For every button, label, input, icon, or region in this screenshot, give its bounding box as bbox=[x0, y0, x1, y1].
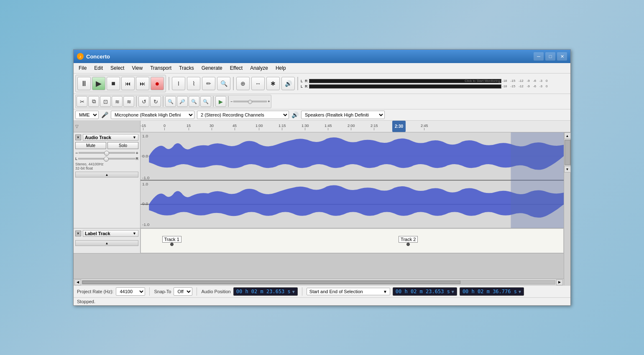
audio-position-display[interactable]: 00 h 02 m 23.653 s ▼ bbox=[233, 287, 298, 296]
record-button[interactable]: ● bbox=[151, 77, 164, 90]
undo-button[interactable]: ↺ bbox=[138, 96, 149, 107]
time-shift-tool-button[interactable]: ↔ bbox=[251, 77, 265, 90]
audio-track-name[interactable]: Audio Track ▼ bbox=[83, 134, 138, 141]
ruler-content[interactable]: -15 0 15 30 45 1:00 1:15 1:30 1:45 2:00 … bbox=[141, 121, 570, 132]
silence-button[interactable]: ≋ bbox=[123, 96, 134, 107]
menu-tracks[interactable]: Tracks bbox=[176, 64, 197, 72]
stop-button[interactable]: ■ bbox=[107, 77, 120, 90]
paste-button[interactable]: ⊡ bbox=[100, 96, 111, 107]
cursor-tool-button[interactable]: I bbox=[172, 77, 185, 90]
h-scroll-track[interactable] bbox=[82, 280, 555, 284]
pan-slider-thumb[interactable] bbox=[104, 157, 109, 162]
mute-solo-row: Mute Solo bbox=[75, 142, 138, 149]
label-track-collapse[interactable]: ▲ bbox=[75, 240, 138, 246]
menu-select[interactable]: Select bbox=[107, 64, 128, 72]
channels-select[interactable]: 2 (Stereo) Recording Channels bbox=[197, 111, 289, 119]
selection-dropdown[interactable]: Start and End of Selection ▼ bbox=[307, 288, 390, 295]
svg-rect-12 bbox=[511, 132, 564, 228]
zoom-in-button[interactable]: 🔍 bbox=[165, 96, 176, 107]
main-window: ♪ Concerto ─ □ ✕ File Edit Select View T… bbox=[73, 49, 571, 306]
svg-text:-1.0: -1.0 bbox=[142, 222, 150, 227]
menu-file[interactable]: File bbox=[75, 64, 90, 72]
zoom-tool-button[interactable]: 🔍 bbox=[217, 77, 230, 90]
zoom-in-tool-button[interactable]: ⊕ bbox=[236, 77, 250, 90]
menu-analyze[interactable]: Analyze bbox=[247, 64, 271, 72]
menu-effect[interactable]: Effect bbox=[227, 64, 246, 72]
speaker-tool-button[interactable]: 🔊 bbox=[281, 77, 295, 90]
toolbar-row2: ✂ ⧉ ⊡ ≋ ≋ ↺ ↻ 🔍 🔎 🔍 🔍 ▶ − + bbox=[74, 94, 570, 109]
vu-bar-top[interactable]: Click to Start Monitoring bbox=[309, 79, 501, 83]
scroll-down[interactable]: ▼ bbox=[564, 166, 571, 172]
volume-row: − + bbox=[75, 150, 138, 155]
label-track-controls: ✕ Label Track ▼ ▲ bbox=[74, 228, 141, 253]
rewind-button[interactable]: ⏮ bbox=[121, 77, 135, 90]
minimize-button[interactable]: ─ bbox=[534, 52, 544, 61]
fast-forward-button[interactable]: ⏭ bbox=[136, 77, 149, 90]
h-scroll-right[interactable]: ▶ bbox=[556, 279, 563, 285]
label-text-track1[interactable]: Track 1 bbox=[162, 236, 181, 243]
close-button[interactable]: ✕ bbox=[557, 52, 567, 61]
audio-track-waveform[interactable]: 1.0 0.0 -1.0 1.0 0.0 -1.0 bbox=[141, 132, 564, 228]
redo-button[interactable]: ↻ bbox=[150, 96, 161, 107]
play-button[interactable]: ▶ bbox=[92, 77, 105, 90]
zoom-fit-button[interactable]: 🔍 bbox=[200, 96, 211, 107]
zoom-out-button[interactable]: 🔎 bbox=[177, 96, 188, 107]
audio-host-select[interactable]: MME bbox=[75, 111, 99, 119]
volume-slider[interactable] bbox=[79, 152, 135, 154]
speed-slider-thumb[interactable] bbox=[248, 100, 252, 104]
label-track-name[interactable]: Label Track ▼ bbox=[83, 230, 138, 237]
maximize-button[interactable]: □ bbox=[545, 52, 555, 61]
h-scroll-left[interactable]: ◀ bbox=[74, 279, 81, 285]
label-text-track2[interactable]: Track 2 bbox=[399, 236, 418, 243]
audio-track-close[interactable]: ✕ bbox=[75, 134, 81, 140]
volume-slider-thumb[interactable] bbox=[104, 151, 109, 156]
vu-bar-bottom[interactable] bbox=[309, 84, 501, 89]
vu-scale-top: -18-15-12-9-6-30 bbox=[502, 79, 548, 83]
speed-slider-track[interactable] bbox=[233, 101, 267, 102]
label-marker-track1[interactable]: Track 1 bbox=[162, 236, 181, 246]
speaker-select[interactable]: Speakers (Realtek High Definiti bbox=[301, 111, 385, 119]
play2-button[interactable]: ▶ bbox=[215, 96, 226, 107]
mute-button[interactable]: Mute bbox=[75, 142, 106, 149]
ruler-tick-245: 2:45 bbox=[421, 124, 428, 130]
label-track-content[interactable]: Track 1 Track 2 bbox=[141, 228, 564, 253]
draw-tool-button[interactable]: ✏ bbox=[202, 77, 215, 90]
title-bar-controls: ─ □ ✕ bbox=[534, 52, 567, 61]
microphone-select[interactable]: Microphone (Realtek High Defini bbox=[111, 111, 194, 119]
ruler-track-header: ▽ bbox=[74, 121, 141, 132]
cut-button[interactable]: ✂ bbox=[77, 96, 87, 107]
volume-plus-icon: + bbox=[136, 150, 138, 155]
selection-label: Start and End of Selection bbox=[309, 289, 363, 294]
scroll-thumb[interactable] bbox=[565, 140, 570, 165]
label-marker-track2[interactable]: Track 2 bbox=[399, 236, 418, 246]
copy-button[interactable]: ⧉ bbox=[88, 96, 99, 107]
selection-start-display[interactable]: 00 h 02 m 23.653 s ▼ bbox=[393, 287, 457, 296]
scroll-up[interactable]: ▲ bbox=[564, 132, 571, 139]
label-track-close[interactable]: ✕ bbox=[75, 231, 81, 236]
ruler-tick-15: 15 bbox=[187, 124, 191, 130]
zoom-sel-button[interactable]: 🔍 bbox=[189, 96, 199, 107]
solo-button[interactable]: Solo bbox=[107, 142, 138, 149]
menu-edit[interactable]: Edit bbox=[91, 64, 106, 72]
snap-to-select[interactable]: Off bbox=[174, 287, 192, 296]
ruler-tick-100: 1:00 bbox=[256, 124, 263, 130]
track-info: Stereo, 44100Hz 32-bit float bbox=[75, 162, 138, 170]
menu-generate[interactable]: Generate bbox=[198, 64, 226, 72]
ruler-tick-130: 1:30 bbox=[302, 124, 309, 130]
menu-view[interactable]: View bbox=[128, 64, 146, 72]
menu-help[interactable]: Help bbox=[272, 64, 289, 72]
audio-track-header: ✕ Audio Track ▼ bbox=[75, 134, 138, 141]
h-scroll-thumb[interactable] bbox=[82, 281, 460, 284]
envelope-tool-button[interactable]: ⌇ bbox=[187, 77, 200, 90]
selection-end-display[interactable]: 00 h 02 m 36.776 s ▼ bbox=[460, 287, 524, 296]
audio-track-collapse[interactable]: ▲ bbox=[75, 172, 138, 178]
menu-transport[interactable]: Transport bbox=[147, 64, 175, 72]
audio-position-value: 00 h 02 m 23.653 s bbox=[236, 289, 291, 294]
toolbar-row1: ⏸ ▶ ■ ⏮ ⏭ ● I ⌇ ✏ 🔍 ⊕ ↔ ✱ 🔊 L R Click to… bbox=[74, 74, 570, 94]
multi-tool-button[interactable]: ✱ bbox=[266, 77, 280, 90]
project-rate-select[interactable]: 44100 bbox=[116, 287, 145, 296]
status-bar: Stopped. bbox=[74, 297, 570, 305]
pan-slider[interactable] bbox=[78, 158, 135, 160]
trim-button[interactable]: ≋ bbox=[112, 96, 123, 107]
pause-button[interactable]: ⏸ bbox=[77, 77, 91, 90]
